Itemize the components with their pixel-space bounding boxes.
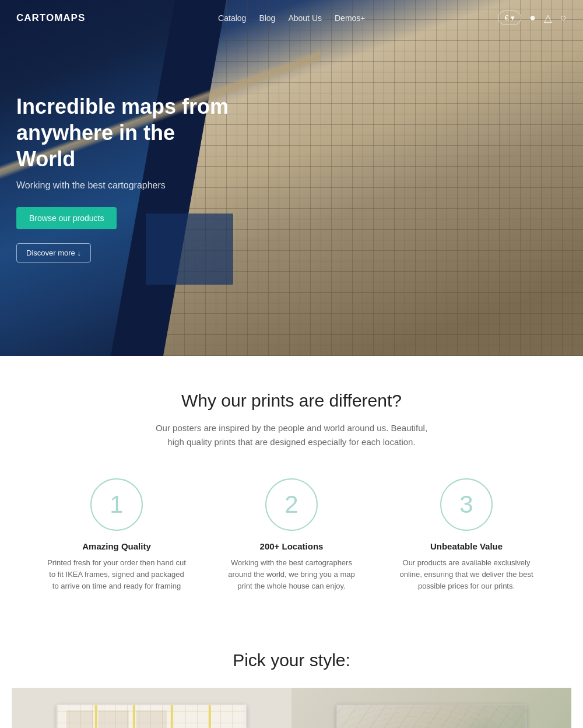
block-1 xyxy=(66,710,93,728)
style-grid: Street Maps Terrain Maps xyxy=(12,688,571,728)
hero-cta: Browse our products Discover more ↓ xyxy=(16,207,238,262)
feature-3-title: Unbeatable Value xyxy=(396,541,536,551)
feature-2-desc: Working with the best cartographers arou… xyxy=(222,557,361,592)
hero-title: Incredible maps from anywhere in the Wor… xyxy=(16,93,238,172)
navigation: CARTOMAPS Catalog Blog About Us Demos+ €… xyxy=(0,0,583,36)
style-card-street[interactable]: Street Maps xyxy=(12,688,292,728)
block-2 xyxy=(99,710,129,728)
nav-catalog[interactable]: Catalog xyxy=(218,13,246,23)
elevation-highlight xyxy=(365,725,431,728)
user-icon[interactable]: ● xyxy=(529,12,536,24)
style-title: Pick your style: xyxy=(12,650,571,670)
feature-locations: 2 200+ Locations Working with the best c… xyxy=(222,478,361,592)
feature-1-circle: 1 xyxy=(90,478,143,531)
street-map-card xyxy=(57,705,247,728)
features-grid: 1 Amazing Quality Printed fresh for your… xyxy=(23,478,560,592)
feature-value: 3 Unbeatable Value Our products are avai… xyxy=(396,478,536,592)
feature-2-circle: 2 xyxy=(265,478,318,531)
nav-blog[interactable]: Blog xyxy=(259,13,275,23)
currency-selector[interactable]: € ▾ xyxy=(498,10,521,25)
hero-content: Incredible maps from anywhere in the Wor… xyxy=(16,93,238,262)
brand-logo[interactable]: CARTOMAPS xyxy=(16,12,85,24)
elevation-2 xyxy=(460,715,507,728)
feature-3-desc: Our products are available exclusively o… xyxy=(396,557,536,592)
road-v4 xyxy=(208,705,210,728)
feature-2-title: 200+ Locations xyxy=(222,541,361,551)
hero-subtitle: Working with the best cartographers xyxy=(16,180,238,191)
hero-section: Incredible maps from anywhere in the Wor… xyxy=(0,0,583,356)
nav-demos[interactable]: Demos+ xyxy=(335,13,366,23)
road-v2 xyxy=(133,705,135,728)
terrain-map-card xyxy=(336,705,526,728)
discover-more-button[interactable]: Discover more ↓ xyxy=(16,243,91,262)
nav-links: Catalog Blog About Us Demos+ xyxy=(218,13,365,23)
feature-1-title: Amazing Quality xyxy=(47,541,187,551)
road-v3 xyxy=(170,705,173,728)
nav-right: € ▾ ● △ ○ xyxy=(498,10,567,25)
feature-1-desc: Printed fresh for your order then hand c… xyxy=(47,557,187,592)
cart-icon[interactable]: △ xyxy=(544,12,552,24)
feature-quality: 1 Amazing Quality Printed fresh for your… xyxy=(47,478,187,592)
road-v1 xyxy=(95,705,97,728)
block-3 xyxy=(136,710,167,728)
style-section: Pick your style: xyxy=(0,621,583,728)
browse-products-button[interactable]: Browse our products xyxy=(16,207,117,229)
why-section: Why our prints are different? Our poster… xyxy=(0,356,583,621)
search-icon[interactable]: ○ xyxy=(560,12,567,24)
nav-about[interactable]: About Us xyxy=(288,13,322,23)
why-title: Why our prints are different? xyxy=(23,391,560,411)
why-description: Our posters are inspired by the people a… xyxy=(152,421,431,449)
style-card-terrain[interactable]: Terrain Maps xyxy=(292,688,571,728)
feature-3-circle: 3 xyxy=(440,478,493,531)
